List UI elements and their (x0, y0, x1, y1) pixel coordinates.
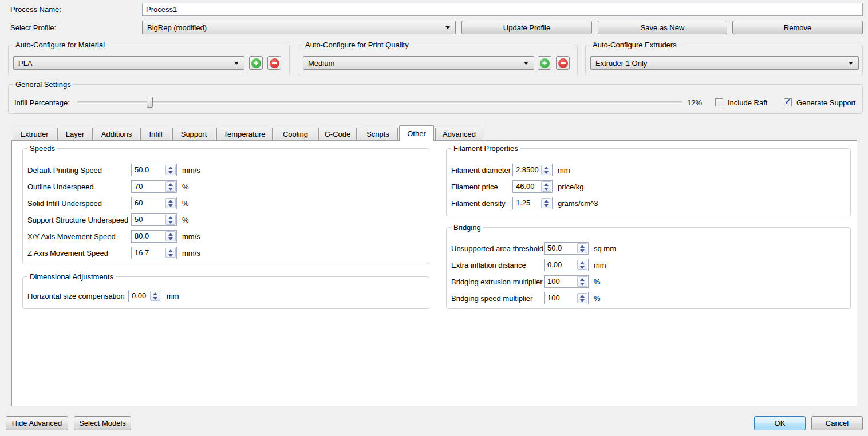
filament-density-spinbox[interactable]: 1.25 (512, 197, 553, 209)
z-axis-movement-speed-spinbox[interactable]: 16.7 (131, 247, 177, 259)
spin-value[interactable]: 1.25 (513, 197, 540, 209)
tab-temperature[interactable]: Temperature (216, 128, 273, 140)
spinner-buttons[interactable] (577, 243, 587, 253)
spinner-buttons[interactable] (165, 215, 176, 225)
tab-additions[interactable]: Additions (94, 128, 139, 140)
spin-value[interactable]: 50.0 (132, 164, 165, 176)
spin-value[interactable]: 2.8500 (513, 164, 540, 176)
spin-up-icon[interactable] (580, 245, 585, 248)
spin-up-icon[interactable] (168, 216, 173, 219)
generate-support-label[interactable]: Generate Support (796, 98, 855, 107)
spin-down-icon[interactable] (168, 254, 173, 257)
spinner-buttons[interactable] (165, 248, 176, 258)
spinner-buttons[interactable] (165, 198, 176, 208)
spin-value[interactable]: 60 (132, 197, 165, 209)
spin-value[interactable]: 100 (545, 292, 577, 304)
spinner-buttons[interactable] (165, 231, 176, 241)
remove-material-button[interactable] (267, 56, 281, 70)
spin-value[interactable]: 0.00 (129, 290, 149, 302)
tab-gcode[interactable]: G-Code (318, 128, 357, 140)
spinner-buttons[interactable] (541, 198, 551, 208)
remove-quality-button[interactable] (556, 56, 570, 70)
select-models-button[interactable]: Select Models (74, 416, 131, 430)
spin-value[interactable]: 16.7 (132, 247, 165, 259)
tab-support[interactable]: Support (172, 128, 215, 140)
spin-down-icon[interactable] (544, 188, 549, 191)
default-printing-speed-spinbox[interactable]: 50.0 (131, 164, 177, 176)
spin-down-icon[interactable] (153, 297, 157, 300)
spin-up-icon[interactable] (153, 292, 157, 295)
spin-value[interactable]: 50.0 (545, 243, 577, 254)
spin-down-icon[interactable] (168, 188, 173, 191)
include-raft-label[interactable]: Include Raft (728, 98, 767, 107)
include-raft-checkbox[interactable]: ✓ (715, 98, 723, 106)
spin-down-icon[interactable] (168, 237, 173, 240)
spin-up-icon[interactable] (168, 200, 173, 203)
filament-price-spinbox[interactable]: 46.00 (512, 180, 553, 193)
spin-value[interactable]: 100 (545, 276, 577, 287)
tab-advanced[interactable]: Advanced (435, 128, 483, 140)
add-material-button[interactable]: + (249, 56, 263, 70)
bridging-speed-multiplier-spinbox[interactable]: 100 (544, 292, 589, 304)
spin-down-icon[interactable] (168, 204, 173, 207)
spin-value[interactable]: 0.00 (545, 259, 577, 271)
spin-up-icon[interactable] (168, 183, 173, 186)
spinner-buttons[interactable] (577, 260, 587, 270)
add-quality-button[interactable]: + (538, 56, 551, 70)
spin-up-icon[interactable] (544, 183, 549, 186)
spin-up-icon[interactable] (544, 167, 549, 169)
material-select[interactable]: PLA (13, 56, 244, 70)
unsupported-area-threshold-spinbox[interactable]: 50.0 (544, 242, 589, 255)
spin-up-icon[interactable] (580, 261, 585, 264)
spin-up-icon[interactable] (580, 278, 585, 281)
spin-up-icon[interactable] (168, 167, 173, 169)
print-quality-select[interactable]: Medium (303, 56, 534, 70)
spinner-buttons[interactable] (150, 291, 160, 301)
spin-down-icon[interactable] (580, 299, 585, 302)
spinner-buttons[interactable] (165, 165, 176, 175)
tab-infill[interactable]: Infill (140, 128, 171, 140)
spin-value[interactable]: 50 (132, 214, 165, 225)
tab-cooling[interactable]: Cooling (274, 128, 317, 140)
spin-up-icon[interactable] (168, 249, 173, 252)
remove-button[interactable]: Remove (732, 21, 863, 34)
ok-button[interactable]: OK (754, 416, 806, 430)
hide-advanced-button[interactable]: Hide Advanced (6, 416, 68, 430)
spin-down-icon[interactable] (544, 204, 549, 207)
spinner-buttons[interactable] (577, 276, 587, 287)
horizontal-size-compensation-spinbox[interactable]: 0.00 (128, 290, 161, 302)
spin-down-icon[interactable] (544, 171, 549, 174)
infill-slider-handle[interactable] (147, 97, 153, 108)
xy-axis-movement-speed-spinbox[interactable]: 80.0 (131, 230, 177, 243)
spinner-buttons[interactable] (577, 293, 587, 303)
process-name-input[interactable]: Process1 (142, 3, 863, 16)
spin-down-icon[interactable] (580, 266, 585, 269)
spin-down-icon[interactable] (580, 283, 585, 286)
spin-down-icon[interactable] (168, 171, 173, 174)
update-profile-button[interactable]: Update Profile (461, 21, 592, 34)
support-structure-underspeed-spinbox[interactable]: 50 (131, 213, 177, 226)
extruders-select[interactable]: Extruder 1 Only (590, 56, 859, 70)
spinner-buttons[interactable] (541, 181, 551, 192)
spinner-buttons[interactable] (541, 165, 551, 175)
spinner-buttons[interactable] (165, 181, 176, 192)
infill-slider[interactable] (77, 97, 682, 108)
outline-underspeed-spinbox[interactable]: 70 (131, 180, 177, 193)
extra-inflation-distance-spinbox[interactable]: 0.00 (544, 259, 589, 271)
spin-down-icon[interactable] (580, 249, 585, 252)
tab-other[interactable]: Other (399, 125, 434, 141)
generate-support-checkbox[interactable]: ✓ (784, 98, 792, 106)
spin-up-icon[interactable] (168, 233, 173, 236)
spin-up-icon[interactable] (580, 295, 585, 298)
bridging-extrusion-multiplier-spinbox[interactable]: 100 (544, 275, 589, 288)
tab-extruder[interactable]: Extruder (13, 128, 56, 140)
tab-scripts[interactable]: Scripts (358, 128, 398, 140)
cancel-button[interactable]: Cancel (811, 416, 863, 430)
profile-select[interactable]: BigRep (modified) (142, 21, 456, 34)
spin-value[interactable]: 70 (132, 181, 165, 192)
tab-layer[interactable]: Layer (57, 128, 93, 140)
solid-infill-underspeed-spinbox[interactable]: 60 (131, 197, 177, 209)
spin-up-icon[interactable] (544, 200, 549, 203)
spin-value[interactable]: 46.00 (513, 181, 540, 192)
spin-value[interactable]: 80.0 (132, 231, 165, 242)
